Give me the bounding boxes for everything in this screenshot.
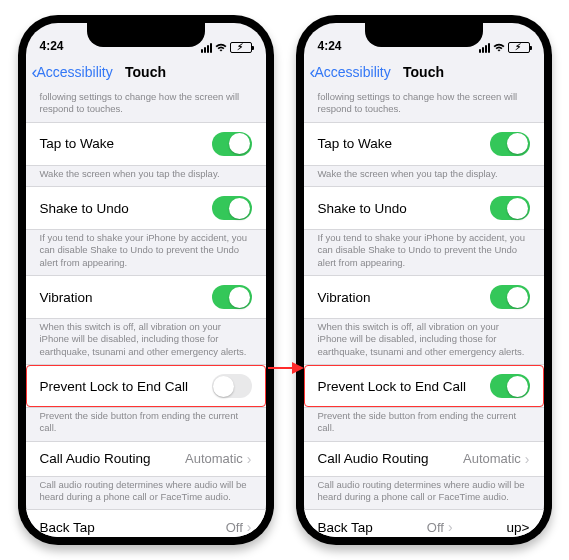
call-audio-desc: Call audio routing determines where audi… xyxy=(26,477,266,510)
battery-icon: ⚡︎ xyxy=(230,42,252,53)
wifi-icon xyxy=(493,43,505,52)
back-tap-label: Back Tap xyxy=(318,520,373,535)
prevent-lock-desc: Prevent the side button from ending the … xyxy=(304,408,544,441)
prevent-lock-toggle[interactable] xyxy=(212,374,252,398)
intro-text: following settings to change how the scr… xyxy=(304,89,544,122)
status-time: 4:24 xyxy=(318,39,342,53)
prevent-lock-desc: Prevent the side button from ending the … xyxy=(26,408,266,441)
call-audio-row[interactable]: Call Audio Routing Automatic › xyxy=(304,442,544,476)
back-tap-value: Off xyxy=(226,520,243,535)
shake-to-undo-row[interactable]: Shake to Undo xyxy=(26,187,266,229)
shake-to-undo-label: Shake to Undo xyxy=(40,201,129,216)
chevron-right-icon: › xyxy=(247,451,252,467)
shake-to-undo-toggle[interactable] xyxy=(490,196,530,220)
prevent-lock-label: Prevent Lock to End Call xyxy=(40,379,189,394)
tap-to-wake-row[interactable]: Tap to Wake xyxy=(26,123,266,165)
cellular-icon xyxy=(201,43,212,53)
vibration-row[interactable]: Vibration xyxy=(26,276,266,318)
shake-to-undo-row[interactable]: Shake to Undo xyxy=(304,187,544,229)
vibration-row[interactable]: Vibration xyxy=(304,276,544,318)
call-audio-label: Call Audio Routing xyxy=(40,451,151,466)
notch xyxy=(87,23,205,47)
page-title: Touch xyxy=(304,64,544,80)
tap-to-wake-toggle[interactable] xyxy=(490,132,530,156)
battery-icon: ⚡︎ xyxy=(508,42,530,53)
tap-to-wake-label: Tap to Wake xyxy=(318,136,393,151)
back-tap-label: Back Tap xyxy=(40,520,95,535)
phone-left: 4:24 ⚡︎ ‹ Accessibility Touch following … xyxy=(18,15,274,545)
phone-right: 4:24 ⚡︎ ‹ Accessibility Touch following … xyxy=(296,15,552,545)
shake-to-undo-desc: If you tend to shake your iPhone by acci… xyxy=(304,230,544,275)
transition-arrow-icon xyxy=(266,358,304,378)
shake-to-undo-desc: If you tend to shake your iPhone by acci… xyxy=(26,230,266,275)
vibration-label: Vibration xyxy=(40,290,93,305)
wifi-icon xyxy=(215,43,227,52)
intro-text: following settings to change how the scr… xyxy=(26,89,266,122)
prevent-lock-row[interactable]: Prevent Lock to End Call xyxy=(26,365,266,407)
notch xyxy=(365,23,483,47)
vibration-toggle[interactable] xyxy=(490,285,530,309)
tap-to-wake-desc: Wake the screen when you tap the display… xyxy=(304,166,544,186)
back-tap-value: Off xyxy=(427,520,444,535)
prevent-lock-row[interactable]: Prevent Lock to End Call xyxy=(304,365,544,407)
call-audio-value: Automatic xyxy=(463,451,521,466)
chevron-right-icon: › xyxy=(247,519,252,535)
status-time: 4:24 xyxy=(40,39,64,53)
call-audio-desc: Call audio routing determines where audi… xyxy=(304,477,544,510)
vibration-desc: When this switch is off, all vibration o… xyxy=(26,319,266,364)
svg-marker-1 xyxy=(292,362,304,374)
tap-to-wake-row[interactable]: Tap to Wake xyxy=(304,123,544,165)
vibration-toggle[interactable] xyxy=(212,285,252,309)
call-audio-row[interactable]: Call Audio Routing Automatic › xyxy=(26,442,266,476)
shake-to-undo-toggle[interactable] xyxy=(212,196,252,220)
page-title: Touch xyxy=(26,64,266,80)
back-tap-row[interactable]: Back Tap Off › up> xyxy=(304,510,544,537)
call-audio-value: Automatic xyxy=(185,451,243,466)
tap-to-wake-desc: Wake the screen when you tap the display… xyxy=(26,166,266,186)
cellular-icon xyxy=(479,43,490,53)
chevron-right-icon: › xyxy=(448,519,453,535)
call-audio-label: Call Audio Routing xyxy=(318,451,429,466)
tap-to-wake-toggle[interactable] xyxy=(212,132,252,156)
prevent-lock-toggle[interactable] xyxy=(490,374,530,398)
shake-to-undo-label: Shake to Undo xyxy=(318,201,407,216)
chevron-right-icon: › xyxy=(525,451,530,467)
prevent-lock-label: Prevent Lock to End Call xyxy=(318,379,467,394)
vibration-desc: When this switch is off, all vibration o… xyxy=(304,319,544,364)
back-tap-row[interactable]: Back Tap Off › xyxy=(26,510,266,537)
vibration-label: Vibration xyxy=(318,290,371,305)
tap-to-wake-label: Tap to Wake xyxy=(40,136,115,151)
